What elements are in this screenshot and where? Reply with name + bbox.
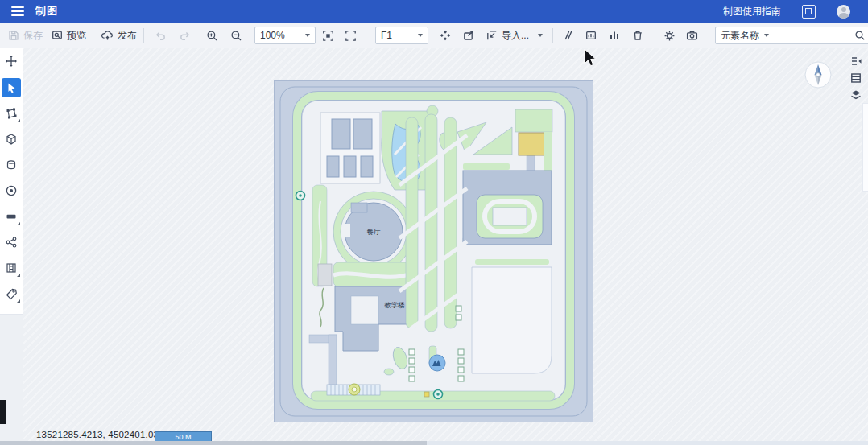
settings-button[interactable]: [663, 23, 676, 48]
fullscreen-button[interactable]: [345, 23, 357, 48]
horizontal-scrollbar: [0, 441, 868, 445]
share-nodes-tool[interactable]: [2, 233, 21, 252]
bucket-tool[interactable]: [2, 155, 21, 175]
select-cursor-icon: [6, 82, 17, 93]
search-icon[interactable]: [854, 30, 866, 41]
zoom-in-icon: [206, 30, 218, 42]
style-diamonds-icon: [440, 30, 451, 41]
user-avatar[interactable]: [837, 5, 850, 19]
polygon-select-tool[interactable]: [2, 104, 21, 123]
chart-doc-button[interactable]: [585, 23, 597, 48]
extrude-3d-icon: [5, 133, 18, 146]
dormitory-cluster: [320, 113, 380, 183]
plaza: [472, 267, 552, 373]
chevron-down-icon: [305, 34, 310, 37]
select-cursor-tool[interactable]: [2, 78, 21, 97]
tool-dropdown-indicator: [17, 299, 20, 303]
element-search-box: 元素名称: [715, 27, 868, 44]
table-panel-icon: [849, 72, 862, 84]
target-tool[interactable]: [2, 181, 21, 200]
layers-panel-button[interactable]: [848, 87, 864, 103]
delete-button[interactable]: [632, 23, 643, 48]
poi-square: [424, 392, 429, 397]
zoom-out-button[interactable]: [230, 23, 242, 48]
rectangle-tool[interactable]: [2, 207, 21, 226]
utility-building: [318, 264, 332, 286]
tool-dropdown-indicator: [17, 222, 20, 225]
measure-button[interactable]: [562, 23, 573, 48]
frame-select[interactable]: F1: [375, 27, 428, 44]
menu-icon[interactable]: [11, 6, 24, 16]
publish-cloud-icon: [101, 30, 114, 41]
teaching-building-label: 教学楼: [384, 301, 405, 309]
plaza-green-strip: [475, 259, 549, 265]
map-editor-app: 制图 制图使用指南 保存 预览 发布: [0, 0, 868, 445]
app-title: 制图: [35, 4, 58, 19]
tool-dropdown-indicator: [17, 274, 20, 277]
import-button[interactable]: 导入...: [486, 23, 543, 48]
screenshot-button[interactable]: [686, 23, 698, 48]
apps-icon[interactable]: [802, 5, 816, 19]
parking-strip: [327, 384, 380, 395]
layout-list-icon: [5, 262, 18, 274]
compass[interactable]: [804, 60, 833, 89]
tag-label-icon: [5, 287, 18, 300]
chevron-down-icon: [764, 34, 769, 37]
bar-chart-button[interactable]: [609, 23, 620, 48]
stadium-block: [463, 163, 552, 245]
redo-button[interactable]: [179, 23, 191, 48]
share-nodes-icon: [5, 236, 18, 249]
save-button[interactable]: 保存: [8, 23, 43, 48]
tool-dropdown-indicator: [17, 119, 20, 122]
extrude-3d-tool[interactable]: [2, 130, 21, 149]
style-button[interactable]: [440, 23, 451, 48]
import-icon: [486, 30, 498, 41]
right-panel-handle[interactable]: [862, 103, 868, 192]
measure-icon: [562, 30, 573, 41]
top-bar: 制图 制图使用指南: [0, 0, 868, 23]
tag-label-tool[interactable]: [2, 284, 21, 303]
canteen-label: 餐厅: [367, 228, 382, 236]
collapse-panel-icon: [849, 55, 862, 68]
rectangle-tool-icon: [5, 210, 18, 223]
shrub: [384, 369, 394, 375]
horizontal-scrollbar-thumb[interactable]: [0, 441, 427, 445]
cursor-coordinates: 13521285.4213, 4502401.0310: [36, 430, 169, 439]
bucket-icon: [5, 159, 18, 171]
preview-icon: [52, 30, 63, 41]
redo-icon: [179, 30, 191, 41]
left-tool-rail: [0, 48, 23, 315]
canteen-building: 餐厅: [333, 192, 414, 272]
focus-selection-icon: [322, 30, 334, 42]
fullscreen-icon: [345, 30, 357, 42]
publish-button[interactable]: 发布: [101, 23, 137, 48]
window-export-icon: [463, 30, 474, 41]
zoom-level-select[interactable]: 100%: [254, 27, 316, 44]
search-category-select[interactable]: 元素名称: [721, 29, 759, 43]
usage-guide-link[interactable]: 制图使用指南: [723, 5, 781, 19]
zoom-in-button[interactable]: [206, 23, 218, 48]
search-input[interactable]: [774, 29, 854, 42]
save-icon: [8, 30, 19, 41]
campus-map-svg: 餐厅 教学楼: [274, 80, 593, 422]
trash-icon: [632, 30, 643, 41]
collapse-panel-button[interactable]: [848, 53, 864, 69]
chevron-down-icon: [538, 34, 543, 37]
preview-button[interactable]: 预览: [52, 23, 86, 48]
main-toolbar: 保存 预览 发布 100% F: [0, 23, 868, 49]
zoom-out-icon: [230, 30, 242, 42]
pan-move-tool[interactable]: [2, 52, 21, 71]
poi-marker: [434, 390, 443, 399]
layout-list-tool[interactable]: [2, 258, 21, 278]
layers-panel-icon: [849, 89, 862, 101]
chart-doc-icon: [585, 30, 597, 41]
poi-marker: [296, 192, 305, 200]
campus-map[interactable]: 餐厅 教学楼: [274, 80, 593, 422]
overview-map-fragment: [0, 400, 6, 424]
window-export-button[interactable]: [463, 23, 474, 48]
undo-button[interactable]: [155, 23, 167, 48]
focus-selection-button[interactable]: [322, 23, 334, 48]
pan-move-icon: [5, 55, 18, 68]
table-panel-button[interactable]: [848, 70, 864, 86]
fountain: [429, 355, 445, 371]
